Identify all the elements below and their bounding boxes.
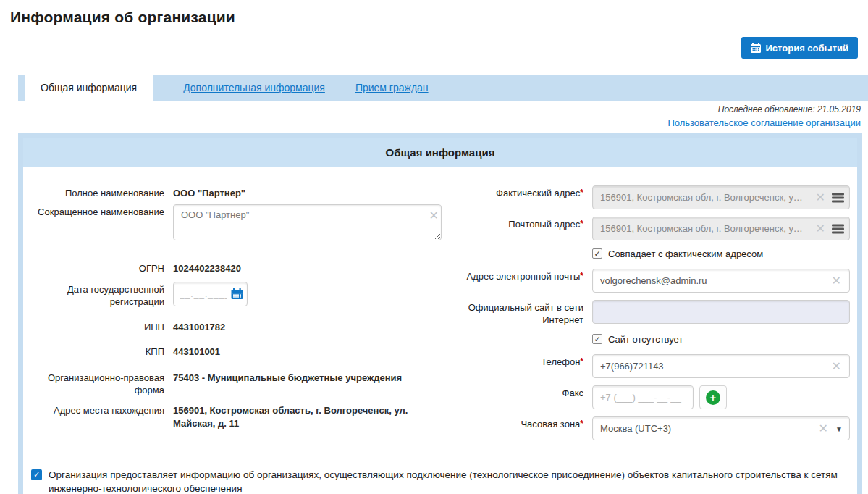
fax-label: Факс [444,385,583,409]
no-site-checkbox-label: Сайт отсутствует [608,333,683,346]
no-site-checkbox[interactable]: ✓ [592,334,602,344]
inn-label: ИНН [30,319,164,334]
same-address-checkbox[interactable]: ✓ [592,248,602,259]
registration-date-row: Дата государственной регистрации [30,282,444,308]
history-events-button-label: История событий [766,43,849,54]
ogrn-label: ОГРН [30,261,164,275]
inn-row: ИНН 4431001782 [30,319,444,334]
no-site-checkbox-row[interactable]: ✓ Сайт отсутствует [592,333,850,346]
actual-address-label: Фактический адрес [496,188,580,198]
short-name-label: Сокращенное наименование [30,204,164,243]
organization-info-page: Информация об организации История событи… [0,9,868,494]
address-menu-icon[interactable] [832,193,844,202]
page-title: Информация об организации [10,9,868,26]
website-row: Официальный сайт в сети Интернет [444,300,850,326]
panel-section-title: Общая информация [23,138,857,167]
fax-input[interactable] [592,385,694,409]
org-provides-info-checkbox-row[interactable]: ✓ Организация предоставляет информацию о… [31,468,850,494]
ogrn-value: 1024402238420 [173,261,444,275]
required-marker: * [580,356,583,367]
postal-address-label: Почтовый адрес [508,219,580,230]
inn-value: 4431001782 [173,319,444,334]
tab-bar: Общая информация Дополнительная информац… [18,75,868,101]
location-address-value: 156901, Костромская область, г. Волгореч… [173,403,444,430]
clear-icon[interactable]: ✕ [816,192,825,204]
plus-icon: + [706,390,720,405]
phone-label: Телефон [541,356,580,367]
org-provides-info-checkbox[interactable]: ✓ [31,469,42,480]
registration-date-label: Дата государственной регистрации [30,282,164,308]
org-provides-info-checkbox-label: Организация предоставляет информацию об … [49,468,850,494]
email-input[interactable] [592,269,850,293]
email-label: Адрес электронной почты [467,271,581,282]
tab-citizens-reception[interactable]: Прием граждан [355,75,429,101]
general-info-panel: Общая информация Полное наименование ООО… [18,133,862,494]
last-update-text: Последнее обновление: 21.05.2019 [0,104,861,116]
clear-icon[interactable]: ✕ [429,210,439,222]
right-column: Фактический адрес* ✕ Почтовый адрес* [444,185,850,448]
same-address-checkbox-row[interactable]: ✓ Совпадает с фактическим адресом [592,248,850,260]
website-input[interactable] [592,300,850,324]
calendar-picker-icon[interactable] [231,288,243,300]
clear-icon[interactable]: ✕ [819,423,828,435]
panel-body: Полное наименование ООО "Партнер" Сокращ… [23,167,857,452]
legal-form-row: Организационно-правовая форма 75403 - Му… [30,370,444,396]
full-name-value: ООО "Партнер" [173,185,444,200]
kpp-value: 443101001 [173,344,444,359]
history-events-button[interactable]: История событий [741,37,859,59]
short-name-textarea[interactable]: ООО "Партнер" [173,204,442,240]
add-fax-button[interactable]: + [699,385,727,409]
kpp-label: КПП [30,344,164,359]
timezone-select[interactable] [592,416,850,440]
actual-address-input[interactable] [592,185,850,209]
actual-address-row: Фактический адрес* ✕ [444,185,850,209]
phone-row: Телефон* ✕ [444,354,850,378]
full-name-row: Полное наименование ООО "Партнер" [30,185,444,200]
clear-icon[interactable]: ✕ [816,223,825,235]
postal-address-input[interactable] [592,217,850,240]
same-address-checkbox-label: Совпадает с фактическим адресом [608,248,763,260]
kpp-row: КПП 443101001 [30,344,444,359]
postal-address-row: Почтовый адрес* ✕ [444,217,850,240]
phone-input[interactable] [592,354,850,378]
address-menu-icon[interactable] [832,224,844,233]
calendar-icon [751,43,761,53]
legal-form-label: Организационно-правовая форма [30,370,164,396]
timezone-label: Часовая зона [521,419,580,430]
clear-icon[interactable]: ✕ [832,275,841,287]
location-address-label: Адрес места нахождения [30,403,164,430]
fax-row: Факс + [444,385,850,409]
toolbar: История событий [0,37,868,59]
website-label: Официальный сайт в сети Интернет [444,300,583,326]
full-name-label: Полное наименование [30,185,164,200]
required-marker: * [580,188,583,198]
chevron-down-icon[interactable]: ▼ [835,424,843,432]
tab-additional-info[interactable]: Дополнительная информация [183,75,325,101]
required-marker: * [580,219,583,229]
user-agreement-link[interactable]: Пользовательское соглашение организации [667,117,861,128]
legal-form-value: 75403 - Муниципальные бюджетные учрежден… [173,370,444,396]
clear-icon[interactable]: ✕ [832,361,841,372]
short-name-row: Сокращенное наименование ООО "Партнер" ✕ [30,204,444,243]
required-marker: * [580,271,583,281]
left-column: Полное наименование ООО "Партнер" Сокращ… [30,185,444,448]
required-marker: * [580,419,583,429]
timezone-row: Часовая зона* ✕ ▼ [444,416,850,440]
meta-block: Последнее обновление: 21.05.2019 Пользов… [0,104,861,130]
email-row: Адрес электронной почты* ✕ [444,269,850,293]
ogrn-row: ОГРН 1024402238420 [30,261,444,275]
location-address-row: Адрес места нахождения 156901, Костромск… [30,403,444,430]
tab-general-info[interactable]: Общая информация [25,75,153,101]
